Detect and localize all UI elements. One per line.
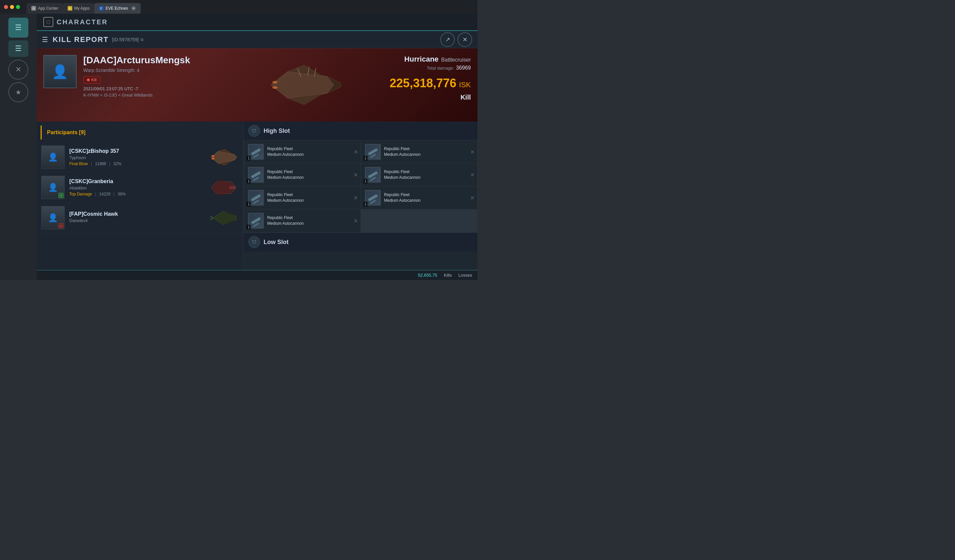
slot-remove-2[interactable]: ✕ <box>470 149 474 155</box>
isk-value: 225,318,776 <box>390 76 456 90</box>
avatar-face: 👤 <box>44 56 76 87</box>
bottom-bar: 52,655.75 Kills Losses <box>0 270 478 280</box>
browser-chrome: A App Center M My Apps E EVE Echoes ✕ <box>0 0 478 14</box>
participant-list: 👤 [CSKC]zBishop 357 Typhoon Final Blow |… <box>37 142 243 280</box>
slot-qty-2: 1 <box>363 156 368 161</box>
close-button[interactable] <box>4 5 8 9</box>
svg-marker-1 <box>271 72 341 98</box>
slot-item-4: Republic FleetMedium Autocannon ✕ 1 <box>361 164 478 186</box>
participant-avatar-2: 👤 ★ <box>41 176 65 199</box>
tab-my-apps[interactable]: M My Apps <box>63 3 94 14</box>
slot-remove-7[interactable]: ✕ <box>354 218 358 224</box>
pilot-avatar: 👤 <box>43 55 77 88</box>
low-slot-title: Low Slot <box>264 239 288 246</box>
avatar-img-1: 👤 <box>42 146 64 168</box>
stat-damage-2: 14229 <box>99 192 110 197</box>
stat-percent-1: 32% <box>113 161 121 166</box>
stat-percent-2: 38% <box>117 192 125 197</box>
participant-avatar-3: 👤 ■ <box>41 206 65 229</box>
sidebar-star-icon[interactable]: ★ <box>8 82 28 102</box>
daredevil-svg <box>210 209 238 226</box>
stat-label-2: Top Damage <box>69 192 92 197</box>
high-slot-grid: Republic FleetMedium Autocannon ✕ 1 Repu… <box>244 140 478 232</box>
kr-close-button[interactable]: ✕ <box>457 32 472 47</box>
svg-line-22 <box>210 216 213 218</box>
low-slot-header: 🛡 Low Slot <box>244 233 478 251</box>
slot-qty-4: 1 <box>363 179 368 183</box>
traffic-lights <box>4 5 20 9</box>
slot-remove-4[interactable]: ✕ <box>470 172 474 178</box>
kr-share-button[interactable]: ↗ <box>440 32 455 47</box>
corp-badge-3: ■ <box>58 223 64 228</box>
corp-badge-2: ★ <box>58 193 64 198</box>
kill-right-info: Hurricane Battlecruiser Total damage: 36… <box>390 55 471 101</box>
slot-item-2: Republic FleetMedium Autocannon ✕ 1 <box>361 140 478 163</box>
ship-svg <box>261 58 348 112</box>
character-title: CHARACTER <box>56 18 108 26</box>
tab-bar: A App Center M My Apps E EVE Echoes ✕ <box>0 0 141 14</box>
bottom-amount: 52,655.75 <box>418 273 437 278</box>
outcome-label: Kill <box>460 94 471 101</box>
kr-copy-icon[interactable]: ⧉ <box>141 37 144 42</box>
slot-item-1: Republic FleetMedium Autocannon ✕ 1 <box>244 140 360 163</box>
eve-echoes-icon: E <box>99 6 103 11</box>
kr-title: KILL REPORT <box>53 35 109 44</box>
kill-report-header: ☰ KILL REPORT [ID:5978759] ⧉ ↗ ✕ <box>37 31 478 48</box>
participants-panel: Participants [9] 👤 [CSKC]zBishop 357 Typ… <box>37 122 243 280</box>
kill-report-panel: ☰ KILL REPORT [ID:5978759] ⧉ ↗ ✕ 👤 [DAAC… <box>37 31 478 280</box>
weapon-name-6: Republic FleetMedium Autocannon <box>384 192 421 203</box>
sidebar-cross-icon[interactable]: ✕ <box>8 59 28 80</box>
kills-label: Kills <box>444 273 452 278</box>
tab-eve-echoes-label: EVE Echoes <box>106 6 128 11</box>
weapon-name-5: Republic FleetMedium Autocannon <box>267 192 304 203</box>
character-bar: ⬡ CHARACTER <box>37 14 478 31</box>
ship-type: Battlecruiser <box>441 57 471 63</box>
slots-panel: 🛡 High Slot Republic FleetMedium Autocan… <box>243 122 478 280</box>
slot-item-5: Republic FleetMedium Autocannon ✕ 1 <box>244 186 360 209</box>
svg-marker-19 <box>213 211 236 225</box>
slot-remove-5[interactable]: ✕ <box>354 195 358 201</box>
sidebar-menu-button[interactable]: ☰ <box>8 18 28 37</box>
tab-app-center[interactable]: A App Center <box>27 3 63 14</box>
svg-point-6 <box>272 86 277 89</box>
participants-title: Participants [9] <box>41 126 239 139</box>
tab-eve-echoes[interactable]: E EVE Echoes ✕ <box>94 3 141 14</box>
slot-remove-3[interactable]: ✕ <box>354 172 358 178</box>
slot-qty-3: 1 <box>247 179 250 183</box>
stat-damage-1: 11866 <box>95 161 106 166</box>
ship-img-1 <box>208 148 239 167</box>
participant-item: 👤 [CSKC]zBishop 357 Typhoon Final Blow |… <box>37 142 243 172</box>
app-center-icon: A <box>31 6 36 11</box>
low-slot-icon: 🛡 <box>248 236 260 248</box>
participant-avatar-1: 👤 <box>41 145 65 169</box>
kr-actions: ↗ ✕ <box>440 32 472 47</box>
damage-value: 36969 <box>456 65 471 71</box>
svg-rect-18 <box>230 186 236 189</box>
kill-badge: Kill <box>83 76 100 84</box>
kr-id: [ID:5978759] <box>112 37 139 42</box>
sidebar: ☰ ☰ ✕ ★ <box>0 14 37 280</box>
slot-item-7: Republic FleetMedium Autocannon ✕ 1 <box>244 209 360 232</box>
maximize-button[interactable] <box>16 5 20 9</box>
slot-remove-6[interactable]: ✕ <box>470 195 474 201</box>
slot-qty-1: 1 <box>247 156 250 161</box>
slot-item-3: Republic FleetMedium Autocannon ✕ 1 <box>244 164 360 186</box>
tab-close-icon[interactable]: ✕ <box>131 6 136 11</box>
isk-label: ISK <box>459 81 471 89</box>
ship-img-2 <box>208 178 239 197</box>
svg-marker-17 <box>216 193 226 195</box>
ship-img-3 <box>208 209 239 227</box>
svg-point-5 <box>272 81 277 84</box>
participants-count: 9 <box>81 129 84 135</box>
participants-label: Participants <box>47 129 78 135</box>
sidebar-nav-button[interactable]: ☰ <box>8 40 28 57</box>
stat-label-1: Final Blow <box>69 161 88 166</box>
losses-label: Losses <box>459 273 472 278</box>
main-content: ⬡ CHARACTER ☰ KILL REPORT [ID:5978759] ⧉… <box>37 14 478 280</box>
high-slot-title: High Slot <box>264 128 290 134</box>
slot-remove-1[interactable]: ✕ <box>354 149 358 155</box>
kr-menu-icon[interactable]: ☰ <box>42 36 48 44</box>
ship-illustration-area <box>258 51 351 118</box>
ship-name: Hurricane <box>404 55 438 64</box>
minimize-button[interactable] <box>10 5 14 9</box>
